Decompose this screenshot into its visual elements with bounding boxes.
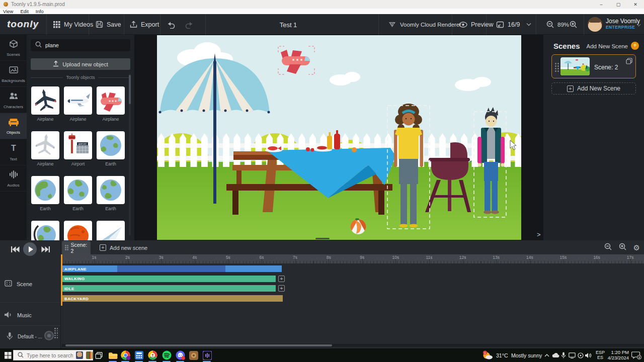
menu-edit[interactable]: Edit: [20, 9, 28, 14]
timeline-add-new-scene[interactable]: + Add new scene: [100, 244, 147, 251]
minimize-button[interactable]: –: [593, 0, 610, 9]
onedrive-cloud-icon[interactable]: [551, 350, 559, 360]
preview-button[interactable]: Preview: [459, 14, 493, 35]
canvas-scrollbar[interactable]: [315, 238, 330, 239]
playhead[interactable]: [61, 254, 62, 306]
calculator-icon[interactable]: [134, 350, 144, 360]
drag-handle-icon[interactable]: [555, 63, 559, 72]
previous-frame-button[interactable]: [11, 246, 20, 255]
chrome-profile-icon[interactable]: [147, 350, 158, 360]
add-track-item-button[interactable]: +: [278, 276, 285, 282]
object-tile-airport[interactable]: AIRPORT Airport: [64, 131, 92, 166]
voomly-cloud-renderer-button[interactable]: Voomly Cloud Renderer: [388, 14, 461, 35]
music-track-label[interactable]: Music: [4, 311, 32, 320]
object-tile-earth-4[interactable]: Earth: [97, 176, 125, 211]
mars-icon: [64, 221, 92, 240]
add-new-scene-link[interactable]: Add New Scene: [587, 43, 628, 49]
tray-mic-icon[interactable]: [560, 350, 567, 360]
brown-app-icon[interactable]: [188, 350, 199, 360]
scene-canvas[interactable]: [157, 35, 521, 240]
timeline-zoom-out-icon[interactable]: [604, 243, 612, 253]
object-search[interactable]: [31, 39, 130, 51]
menu-info[interactable]: Info: [36, 9, 44, 14]
canvas-next-arrow[interactable]: >: [537, 231, 541, 238]
object-tile-airplane-1[interactable]: Airplane: [31, 86, 59, 122]
timeline-scene-tab[interactable]: Scene: 2: [62, 241, 91, 254]
timeline-ruler[interactable]: 1s2s3s4s5s6s7s8s9s10s11s12s13s14s15s16s1…: [62, 254, 644, 263]
search-highlight-thumbnail-2[interactable]: [86, 351, 93, 359]
maximize-button[interactable]: ▢: [610, 0, 627, 9]
weather-desc[interactable]: Mostly sunny: [511, 348, 542, 362]
object-tile-earth-1[interactable]: Earth: [97, 131, 125, 166]
redo-button[interactable]: [185, 14, 194, 35]
search-highlight-thumbnail[interactable]: [76, 351, 83, 359]
zoom-in-button[interactable]: [570, 14, 578, 35]
timeline-zoom-in-icon[interactable]: [619, 243, 627, 253]
project-title[interactable]: Test 1: [280, 21, 297, 29]
discord-icon[interactable]: [175, 350, 186, 360]
zoom-out-button[interactable]: [546, 14, 554, 35]
tracks-scroll-handle[interactable]: [54, 328, 58, 338]
sidebar-item-scenes[interactable]: Scenes: [0, 35, 27, 61]
my-videos-button[interactable]: My Videos: [53, 14, 93, 35]
sidebar-item-objects[interactable]: Objects: [0, 113, 27, 139]
object-tile-earth-3[interactable]: Earth: [64, 176, 92, 211]
sidebar-item-text[interactable]: T Text: [0, 139, 27, 165]
duplicate-scene-icon[interactable]: [626, 57, 632, 66]
object-tile-airplane-4[interactable]: Airplane: [31, 131, 59, 166]
start-button[interactable]: [3, 350, 13, 360]
timeline-track-idle[interactable]: IDLE+: [62, 285, 285, 292]
tray-cast-icon[interactable]: [568, 350, 576, 360]
search-input[interactable]: [45, 42, 121, 48]
aspect-ratio-control[interactable]: 16/9: [496, 14, 531, 35]
upload-new-object-button[interactable]: Upload new object: [31, 58, 130, 70]
object-tile-mars[interactable]: [64, 221, 92, 240]
spotify-icon[interactable]: [162, 350, 172, 360]
clock[interactable]: 1:20 PM4/23/2024: [607, 348, 629, 362]
panel-scrollbar[interactable]: [129, 74, 131, 236]
object-tile-airplane-2[interactable]: Airplane: [64, 86, 92, 122]
add-scene-plus-icon[interactable]: +: [631, 42, 639, 50]
save-button[interactable]: Save: [96, 14, 121, 35]
chrome-icon[interactable]: [120, 350, 131, 360]
scene-card[interactable]: Scene: 2: [551, 54, 636, 78]
taskbar-search[interactable]: [13, 350, 93, 360]
menu-view[interactable]: View: [3, 9, 13, 14]
timeline-scrollbar-thumb[interactable]: [65, 344, 332, 346]
timeline-track-backyard[interactable]: BACKYARD: [62, 295, 283, 302]
record-button[interactable]: [44, 331, 54, 340]
timeline-settings-gear-icon[interactable]: ⚙: [633, 243, 640, 252]
weather-icon[interactable]: 1: [481, 350, 494, 360]
add-new-scene-button[interactable]: + Add New Scene: [551, 82, 636, 95]
user-info[interactable]: Jose Voomly ENTERPRISE: [606, 18, 640, 30]
task-view-button[interactable]: [94, 350, 104, 360]
timeline-track-walking[interactable]: WALKING+: [62, 276, 285, 282]
object-tile-paper-plane[interactable]: [97, 221, 125, 240]
tray-speaker-icon[interactable]: [584, 350, 592, 360]
sidebar-item-audios[interactable]: Audios: [0, 165, 27, 192]
scene-track-label[interactable]: Scene: [5, 280, 32, 288]
file-explorer-icon[interactable]: [108, 350, 118, 360]
language-switcher[interactable]: ESPES: [596, 348, 605, 362]
object-tile-airplane-3[interactable]: Airplane: [97, 86, 125, 122]
sidebar-item-backgrounds[interactable]: Backgrounds: [0, 61, 27, 87]
weather-temp[interactable]: 31°C: [496, 348, 508, 362]
app-icon: [4, 2, 8, 7]
taskbar-search-input[interactable]: [27, 352, 73, 358]
close-button[interactable]: ✕: [627, 0, 644, 9]
tray-vm-icon[interactable]: [577, 350, 584, 360]
voomly-recorder-icon[interactable]: [202, 350, 212, 360]
user-avatar[interactable]: [588, 17, 602, 32]
object-tile-earth-2[interactable]: Earth: [31, 176, 59, 211]
window-titlebar: Toonly v1.9.5-main.prod – ▢ ✕: [0, 0, 644, 9]
export-button[interactable]: Export: [130, 14, 159, 35]
next-frame-button[interactable]: [41, 246, 50, 255]
object-tile-globe[interactable]: [31, 221, 59, 240]
play-button[interactable]: [23, 242, 37, 256]
timeline-track-airplane[interactable]: AIRPLANE: [62, 265, 282, 272]
notification-center-icon[interactable]: 3: [631, 350, 642, 360]
sidebar-item-characters[interactable]: Characters: [0, 87, 27, 113]
add-track-item-button[interactable]: +: [278, 285, 285, 292]
undo-button[interactable]: [166, 14, 175, 35]
tray-chevron-up-icon[interactable]: [543, 350, 550, 360]
